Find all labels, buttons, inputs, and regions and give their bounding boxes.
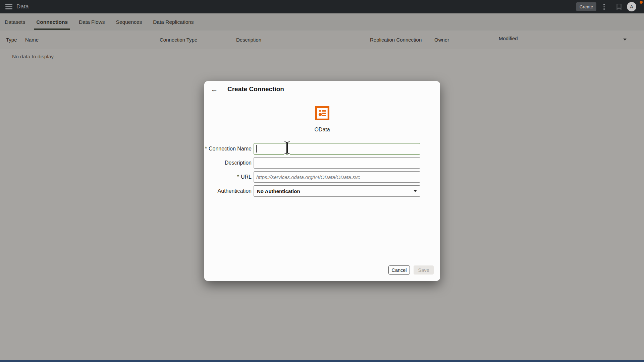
cancel-button[interactable]: Cancel bbox=[388, 265, 410, 275]
dialog-title: Create Connection bbox=[227, 85, 284, 93]
description-label: Description bbox=[204, 157, 252, 169]
column-header-type[interactable]: Type bbox=[6, 37, 17, 43]
authentication-select[interactable]: No Authentication bbox=[254, 185, 420, 197]
description-field[interactable] bbox=[254, 157, 420, 169]
dialog-footer: Cancel Save bbox=[204, 258, 440, 281]
dialog-header: ← Create Connection bbox=[204, 81, 440, 99]
create-connection-dialog: ← Create Connection OData * Connection N… bbox=[204, 81, 440, 281]
tab-data-flows[interactable]: Data Flows bbox=[78, 14, 106, 30]
authentication-label: Authentication bbox=[204, 185, 252, 197]
top-app-bar: Data Create A bbox=[0, 0, 644, 13]
notification-dot bbox=[640, 1, 643, 4]
tab-sequences[interactable]: Sequences bbox=[115, 14, 143, 30]
required-marker: * bbox=[205, 146, 207, 152]
form-row-connection-name: * Connection Name bbox=[204, 143, 440, 155]
column-header-owner[interactable]: Owner bbox=[434, 37, 449, 43]
bookmark-icon[interactable] bbox=[616, 4, 622, 11]
page-title: Data bbox=[16, 3, 29, 10]
column-header-description[interactable]: Description bbox=[236, 37, 261, 43]
header-chevron-down-icon[interactable] bbox=[623, 39, 627, 41]
tab-datasets[interactable]: Datasets bbox=[4, 14, 26, 30]
connector-name: OData bbox=[204, 127, 440, 133]
required-marker: * bbox=[237, 174, 239, 180]
empty-table-message: No data to display. bbox=[12, 54, 55, 60]
column-header-name[interactable]: Name bbox=[25, 37, 39, 43]
kebab-menu-icon[interactable] bbox=[603, 4, 605, 10]
column-header-sort-modified[interactable]: Modified bbox=[499, 36, 518, 41]
hamburger-menu-icon[interactable] bbox=[5, 4, 12, 9]
authentication-select-value: No Authentication bbox=[257, 188, 414, 194]
connection-name-label: * Connection Name bbox=[204, 143, 252, 155]
column-header-connection-type[interactable]: Connection Type bbox=[160, 37, 197, 43]
tab-connections[interactable]: Connections bbox=[36, 14, 68, 30]
form-row-authentication: Authentication No Authentication bbox=[204, 185, 440, 197]
url-label: * URL bbox=[204, 171, 252, 183]
url-field[interactable] bbox=[254, 171, 420, 183]
save-button[interactable]: Save bbox=[414, 265, 434, 275]
form-row-url: * URL bbox=[204, 171, 440, 183]
connector-summary: OData bbox=[204, 106, 440, 133]
connection-name-field[interactable] bbox=[254, 143, 420, 155]
back-arrow-icon[interactable]: ← bbox=[210, 85, 219, 94]
avatar[interactable]: A bbox=[627, 2, 636, 11]
text-insertion-caret bbox=[256, 145, 257, 153]
tab-bar: Datasets Connections Data Flows Sequence… bbox=[0, 13, 644, 31]
select-chevron-down-icon bbox=[414, 190, 417, 192]
create-button[interactable]: Create bbox=[576, 2, 596, 11]
table-header: Type Name Connection Type Description Re… bbox=[0, 31, 644, 49]
form-row-description: Description bbox=[204, 157, 440, 169]
bottom-edge-strip bbox=[0, 360, 644, 362]
tab-data-replications[interactable]: Data Replications bbox=[152, 14, 194, 30]
odata-connector-icon bbox=[315, 106, 329, 120]
connection-form: * Connection Name Description * URL Auth… bbox=[204, 143, 440, 199]
column-header-replication-connection[interactable]: Replication Connection bbox=[370, 37, 422, 43]
